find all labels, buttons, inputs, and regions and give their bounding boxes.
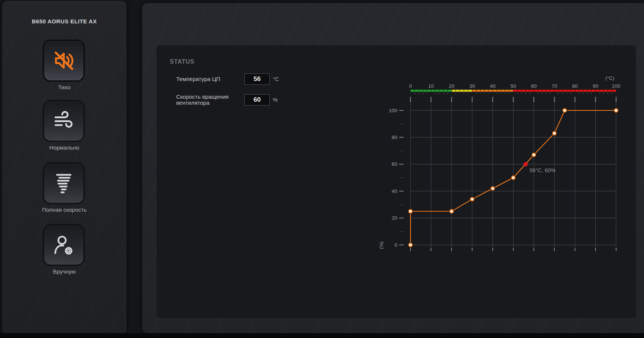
svg-text:50: 50 bbox=[510, 83, 516, 89]
cpu-temperature-row: Температура ЦП 56 °C bbox=[176, 73, 279, 85]
svg-text:0: 0 bbox=[409, 83, 412, 89]
fan-speed-value: 60 bbox=[244, 94, 270, 106]
mode-manual-label: Вручную bbox=[2, 268, 126, 275]
mode-quiet-button[interactable] bbox=[44, 41, 84, 81]
mode-normal-button[interactable] bbox=[44, 101, 84, 141]
cpu-temperature-label: Температура ЦП bbox=[176, 76, 244, 82]
cpu-temperature-value: 56 bbox=[244, 73, 270, 85]
wind-icon bbox=[52, 109, 75, 133]
fan-curve-chart: 0102030405060708090100020406080100(°C)(%… bbox=[362, 64, 641, 260]
mode-normal-label: Нормально bbox=[2, 144, 126, 151]
fan-speed-row: Скорость вращения вентилятора 60 % bbox=[176, 94, 279, 106]
status-heading: STATUS bbox=[170, 58, 279, 65]
svg-text:56°C, 60%: 56°C, 60% bbox=[529, 167, 556, 173]
svg-text:60: 60 bbox=[531, 83, 536, 89]
svg-text:20: 20 bbox=[449, 83, 454, 89]
svg-text:0: 0 bbox=[394, 242, 397, 248]
svg-text:80: 80 bbox=[392, 135, 397, 140]
mode-quiet-label: Тихо bbox=[2, 84, 126, 90]
svg-text:40: 40 bbox=[392, 188, 397, 194]
svg-text:90: 90 bbox=[593, 83, 598, 89]
svg-text:80: 80 bbox=[572, 83, 578, 89]
motherboard-title: B650 AORUS ELITE AX bbox=[2, 18, 126, 24]
svg-text:10: 10 bbox=[428, 83, 434, 89]
svg-text:70: 70 bbox=[552, 83, 557, 89]
svg-text:60: 60 bbox=[392, 161, 397, 167]
svg-text:(%): (%) bbox=[379, 242, 384, 249]
user-gear-icon bbox=[52, 233, 75, 257]
svg-text:20: 20 bbox=[392, 215, 397, 221]
svg-text:(°C): (°C) bbox=[606, 75, 614, 81]
mode-full-speed-label: Полная скорость bbox=[2, 206, 126, 213]
fan-speed-label: Скорость вращения вентилятора bbox=[176, 94, 244, 106]
svg-text:40: 40 bbox=[490, 83, 495, 89]
fan-speed-unit: % bbox=[273, 97, 278, 103]
bottom-strip bbox=[0, 333, 644, 338]
app-window: B650 AORUS ELITE AX Тихо bbox=[0, 0, 644, 338]
tornado-icon bbox=[52, 171, 75, 195]
mode-full-speed-button[interactable] bbox=[44, 163, 84, 203]
status-section: STATUS Температура ЦП 56 °C Скорость вра… bbox=[170, 58, 279, 106]
svg-text:100: 100 bbox=[612, 83, 621, 89]
svg-text:100: 100 bbox=[389, 108, 397, 113]
mode-manual-button[interactable] bbox=[44, 225, 84, 265]
sidebar: B650 AORUS ELITE AX Тихо bbox=[2, 1, 126, 335]
svg-text:30: 30 bbox=[469, 83, 475, 89]
speaker-mute-icon bbox=[52, 49, 75, 72]
cpu-temperature-unit: °C bbox=[273, 76, 279, 82]
